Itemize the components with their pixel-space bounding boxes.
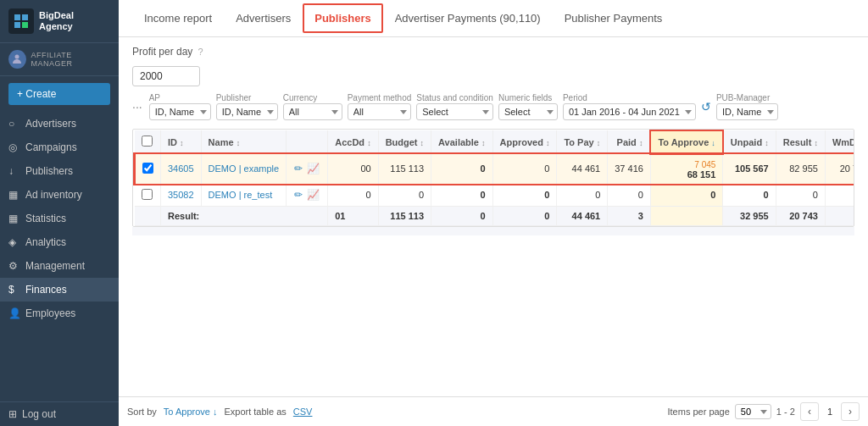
payment-method-filter-select[interactable]: All bbox=[348, 103, 412, 120]
col-header-paid[interactable]: Paid ↕ bbox=[608, 130, 651, 154]
row1-chart-icon[interactable]: 📈 bbox=[307, 163, 320, 174]
table-row: 34605 DEMO | example ✏ 📈 00 115 113 0 0 … bbox=[135, 154, 855, 185]
tab-publishers[interactable]: Publishers bbox=[303, 3, 382, 33]
sidebar-item-employees[interactable]: 👤 Employees bbox=[0, 302, 119, 325]
bottom-left: Sort by To Approve ↓ Export table as CSV bbox=[127, 407, 312, 417]
row2-checkbox[interactable] bbox=[142, 189, 153, 200]
row1-checkbox[interactable] bbox=[142, 163, 153, 174]
filter-toggle-icon[interactable]: ··· bbox=[132, 100, 142, 113]
sidebar-item-statistics[interactable]: ▦ Statistics bbox=[0, 207, 119, 230]
publisher-filter-select[interactable]: ID, Name bbox=[216, 103, 278, 120]
row1-name-link[interactable]: DEMO | example bbox=[209, 163, 280, 174]
currency-filter-select[interactable]: All bbox=[283, 103, 342, 120]
row1-unpaid: 105 567 bbox=[723, 154, 776, 185]
sidebar-item-publishers[interactable]: ↓ Publishers bbox=[0, 159, 119, 183]
logout-button[interactable]: ⊞ Log out bbox=[0, 401, 119, 426]
row2-id-link[interactable]: 35082 bbox=[168, 190, 194, 200]
col-header-available[interactable]: Available ↕ bbox=[431, 130, 492, 154]
payment-method-filter-label: Payment method bbox=[348, 93, 412, 102]
pub-manager-filter-label: PUB-Manager bbox=[716, 93, 778, 102]
col-header-accdd[interactable]: AccDd ↕ bbox=[328, 130, 378, 154]
numeric-filter-label: Numeric fields bbox=[498, 93, 558, 102]
row1-budget: 115 113 bbox=[378, 154, 431, 185]
numeric-filter-group: Numeric fields Select bbox=[498, 93, 558, 120]
tab-advertiser-payments[interactable]: Advertiser Payments (90,110) bbox=[383, 2, 553, 35]
numeric-filter-select[interactable]: Select bbox=[498, 103, 558, 120]
row2-budget: 0 bbox=[378, 184, 431, 206]
row1-edit-icon[interactable]: ✏ bbox=[294, 163, 303, 174]
col-header-approved[interactable]: Approved ↕ bbox=[492, 130, 557, 154]
ap-filter-select[interactable]: ID, Name bbox=[149, 103, 211, 120]
items-per-page-select[interactable]: 50 100 200 bbox=[735, 404, 771, 419]
advertisers-icon: ○ bbox=[8, 118, 20, 130]
profit-row: Profit per day ? bbox=[132, 46, 854, 58]
sidebar-item-analytics[interactable]: ◈ Analytics bbox=[0, 230, 119, 254]
sidebar-item-management[interactable]: ⚙ Management bbox=[0, 254, 119, 278]
main-content: Income report Advertisers Publishers Adv… bbox=[119, 0, 868, 426]
refresh-icon[interactable]: ↺ bbox=[701, 100, 711, 113]
col-header-name[interactable]: Name ↕ bbox=[201, 130, 287, 154]
col-header-result[interactable]: Result ↕ bbox=[776, 130, 825, 154]
sidebar-item-campaigns[interactable]: ◎ Campaigns bbox=[0, 136, 119, 159]
row2-name-link[interactable]: DEMO | re_test bbox=[209, 190, 273, 200]
col-header-unpaid[interactable]: Unpaid ↕ bbox=[723, 130, 776, 154]
result-wmdid bbox=[825, 206, 854, 225]
statistics-icon: ▦ bbox=[8, 213, 20, 224]
profit-input[interactable] bbox=[132, 66, 200, 86]
items-per-page-label: Items per page bbox=[667, 407, 729, 417]
create-button[interactable]: + Create bbox=[8, 83, 110, 105]
row1-id: 34605 bbox=[161, 154, 202, 185]
period-filter-group: Period 01 Jan 2016 - 04 Jun 2021 bbox=[563, 93, 696, 120]
top-navigation: Income report Advertisers Publishers Adv… bbox=[119, 0, 868, 37]
svg-rect-3 bbox=[22, 22, 28, 28]
horizontal-scrollbar[interactable] bbox=[132, 227, 854, 235]
sidebar-item-advertisers[interactable]: ○ Advertisers bbox=[0, 112, 119, 136]
export-csv-link[interactable]: CSV bbox=[293, 407, 313, 417]
sidebar-item-ad-inventory[interactable]: ▦ Ad inventory bbox=[0, 183, 119, 207]
result-available: 0 bbox=[431, 206, 492, 225]
sidebar-item-finances[interactable]: $ Finances bbox=[0, 278, 119, 302]
tab-publisher-payments[interactable]: Publisher Payments bbox=[553, 2, 675, 35]
col-header-id[interactable]: ID ↕ bbox=[161, 130, 202, 154]
col-header-budget[interactable]: Budget ↕ bbox=[378, 130, 431, 154]
select-all-checkbox[interactable] bbox=[142, 136, 153, 147]
row2-name: DEMO | re_test bbox=[201, 184, 287, 206]
row2-available: 0 bbox=[431, 184, 492, 206]
help-icon[interactable]: ? bbox=[198, 47, 203, 57]
pub-manager-filter-select[interactable]: ID, Name bbox=[716, 103, 778, 120]
row2-chart-icon[interactable]: 📈 bbox=[307, 189, 320, 201]
col-header-topay[interactable]: To Pay ↕ bbox=[557, 130, 608, 154]
next-page-button[interactable]: › bbox=[841, 402, 860, 421]
result-budget: 115 113 bbox=[378, 206, 431, 225]
finances-icon: $ bbox=[8, 284, 20, 296]
result-label-cell bbox=[135, 206, 161, 225]
page-range: 1 - 2 bbox=[776, 407, 795, 417]
result-paid: 3 bbox=[608, 206, 651, 225]
currency-filter-label: Currency bbox=[283, 93, 342, 102]
row2-edit-icon[interactable]: ✏ bbox=[294, 189, 303, 201]
row2-unpaid: 0 bbox=[723, 184, 776, 206]
tab-income-report[interactable]: Income report bbox=[132, 2, 224, 35]
row2-wmdid: 0 bbox=[825, 184, 854, 206]
col-header-toapprove[interactable]: To Approve ↓ bbox=[650, 130, 722, 154]
currency-filter-group: Currency All bbox=[283, 93, 342, 120]
management-icon: ⚙ bbox=[8, 260, 20, 272]
logo-icon bbox=[8, 8, 34, 34]
sort-by-value[interactable]: To Approve ↓ bbox=[164, 407, 218, 417]
row1-toapprove: 7 045 68 151 bbox=[650, 154, 722, 185]
user-role-label: Affiliate Manager bbox=[31, 51, 111, 68]
status-filter-select[interactable]: Select bbox=[416, 103, 493, 120]
row1-accdd: 00 bbox=[328, 154, 378, 185]
result-topay: 44 461 bbox=[557, 206, 608, 225]
row2-result: 0 bbox=[776, 184, 825, 206]
tab-advertisers[interactable]: Advertisers bbox=[224, 2, 303, 35]
period-filter-select[interactable]: 01 Jan 2016 - 04 Jun 2021 bbox=[563, 103, 696, 120]
ap-filter-label: AP bbox=[149, 93, 211, 102]
data-table: ID ↕ Name ↕ AccDd ↕ Budget ↕ Available ↕… bbox=[133, 130, 854, 226]
row1-id-link[interactable]: 34605 bbox=[168, 163, 194, 174]
prev-page-button[interactable]: ‹ bbox=[800, 402, 819, 421]
col-header-wmdid[interactable]: WmDd ↕ bbox=[825, 130, 854, 154]
col-header-edit bbox=[287, 130, 328, 154]
user-profile[interactable]: Affiliate Manager bbox=[0, 43, 119, 76]
analytics-icon: ◈ bbox=[8, 236, 20, 248]
